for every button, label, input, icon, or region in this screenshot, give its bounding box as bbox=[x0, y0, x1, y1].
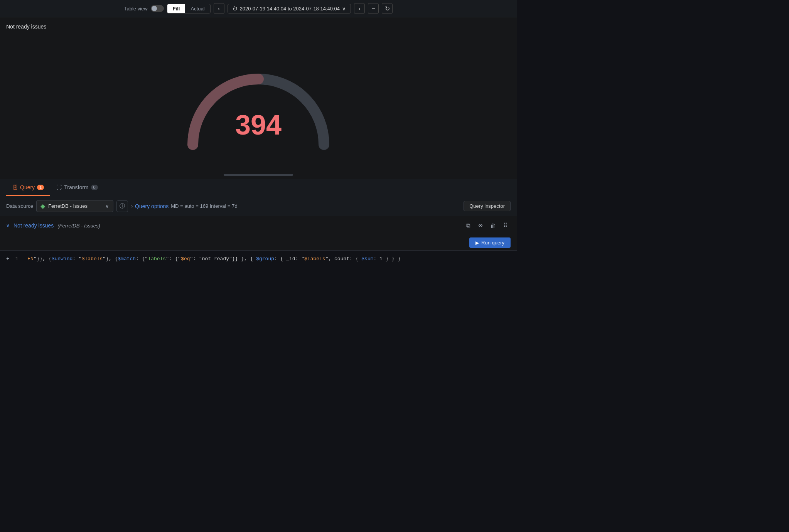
table-view-label: Table view bbox=[124, 6, 148, 12]
collapse-button[interactable]: ∨ bbox=[6, 223, 10, 228]
next-time-button[interactable]: › bbox=[354, 3, 365, 14]
code-editor[interactable]: + 1 EN"}}, {$unwind: "$labels"}, {$match… bbox=[0, 251, 517, 289]
tab-query-label: Query bbox=[20, 184, 35, 190]
chevron-left-icon: ‹ bbox=[218, 5, 220, 12]
add-field-btn[interactable]: + bbox=[6, 256, 9, 262]
database-icon: 🗄 bbox=[12, 184, 18, 190]
table-view-group: Table view bbox=[124, 5, 164, 12]
prev-time-button[interactable]: ‹ bbox=[214, 3, 224, 14]
query-meta: MD = auto = 169 Interval = 7d bbox=[171, 203, 237, 209]
table-view-toggle[interactable] bbox=[151, 5, 164, 12]
zoom-out-icon: − bbox=[371, 5, 375, 12]
tab-query-badge: 1 bbox=[37, 185, 44, 190]
expand-icon: › bbox=[131, 204, 133, 209]
tab-transform[interactable]: ⛶ Transform 0 bbox=[50, 179, 104, 196]
line-number: 1 bbox=[15, 256, 19, 262]
code-prefix: EN"}}, {$unwind: "$labels"}, {$match: {"… bbox=[27, 256, 400, 262]
editor-actions: ⧉ 👁 🗑 ⠿ bbox=[463, 220, 511, 231]
time-range-button[interactable]: ⏱ 2020-07-19 14:40:04 to 2024-07-18 14:4… bbox=[228, 4, 351, 13]
query-editor-section: ∨ Not ready issues (FerretDB - Issues) ⧉… bbox=[0, 216, 517, 289]
gauge-panel: Not ready issues 394 bbox=[0, 17, 517, 179]
top-toolbar: Table view Fill Actual ‹ ⏱ 2020-07-19 14… bbox=[0, 0, 517, 17]
copy-button[interactable]: ⧉ bbox=[463, 220, 474, 231]
datasource-select[interactable]: ◆ FerretDB - Issues ∨ bbox=[36, 200, 113, 212]
gauge-value: 394 bbox=[235, 109, 282, 141]
zoom-out-button[interactable]: − bbox=[368, 3, 379, 14]
transform-icon: ⛶ bbox=[56, 184, 62, 190]
eye-icon: 👁 bbox=[478, 222, 484, 229]
query-name-label: Not ready issues bbox=[13, 222, 54, 229]
query-inspector-button[interactable]: Query inspector bbox=[464, 201, 511, 211]
tabs-bar: 🗄 Query 1 ⛶ Transform 0 bbox=[0, 179, 517, 196]
tab-transform-badge: 0 bbox=[91, 185, 98, 190]
copy-icon: ⧉ bbox=[466, 222, 470, 229]
play-icon: ▶ bbox=[475, 240, 479, 246]
ferretdb-icon: ◆ bbox=[40, 202, 45, 210]
fill-button[interactable]: Fill bbox=[167, 4, 185, 13]
visibility-button[interactable]: 👁 bbox=[475, 220, 486, 231]
query-editor-header: ∨ Not ready issues (FerretDB - Issues) ⧉… bbox=[0, 216, 517, 235]
run-query-row: ▶ Run query bbox=[0, 235, 517, 251]
datasource-label: Data source bbox=[6, 203, 33, 209]
query-row: Data source ◆ FerretDB - Issues ∨ ⓘ › Qu… bbox=[0, 196, 517, 216]
trash-icon: 🗑 bbox=[490, 222, 496, 229]
drag-icon: ⠿ bbox=[503, 222, 507, 229]
datasource-name: FerretDB - Issues bbox=[48, 203, 88, 209]
collapse-icon: ∨ bbox=[6, 223, 10, 228]
query-options-label[interactable]: Query options bbox=[135, 203, 169, 209]
chevron-down-icon: ∨ bbox=[342, 6, 346, 12]
actual-button[interactable]: Actual bbox=[185, 4, 210, 13]
panel-title: Not ready issues bbox=[6, 24, 511, 30]
info-icon: ⓘ bbox=[120, 203, 125, 210]
refresh-button[interactable]: ↻ bbox=[382, 3, 393, 14]
run-query-label: Run query bbox=[481, 240, 504, 246]
info-button[interactable]: ⓘ bbox=[116, 200, 128, 212]
delete-button[interactable]: 🗑 bbox=[487, 220, 498, 231]
query-source-label: (FerretDB - Issues) bbox=[57, 223, 100, 229]
scroll-handle[interactable] bbox=[224, 174, 293, 176]
time-range-label: 2020-07-19 14:40:04 to 2024-07-18 14:40:… bbox=[240, 6, 340, 12]
gauge-container: 394 bbox=[6, 33, 511, 164]
run-query-button[interactable]: ▶ Run query bbox=[469, 237, 511, 248]
clock-icon: ⏱ bbox=[233, 6, 238, 12]
query-options-row: › Query options MD = auto = 169 Interval… bbox=[131, 203, 460, 209]
fill-actual-group: Fill Actual bbox=[167, 4, 211, 13]
tab-query[interactable]: 🗄 Query 1 bbox=[6, 179, 50, 196]
tab-transform-label: Transform bbox=[64, 184, 88, 190]
refresh-icon: ↻ bbox=[385, 5, 390, 12]
chevron-right-icon: › bbox=[359, 5, 361, 12]
dropdown-arrow-icon: ∨ bbox=[105, 203, 109, 209]
drag-handle[interactable]: ⠿ bbox=[500, 220, 511, 231]
